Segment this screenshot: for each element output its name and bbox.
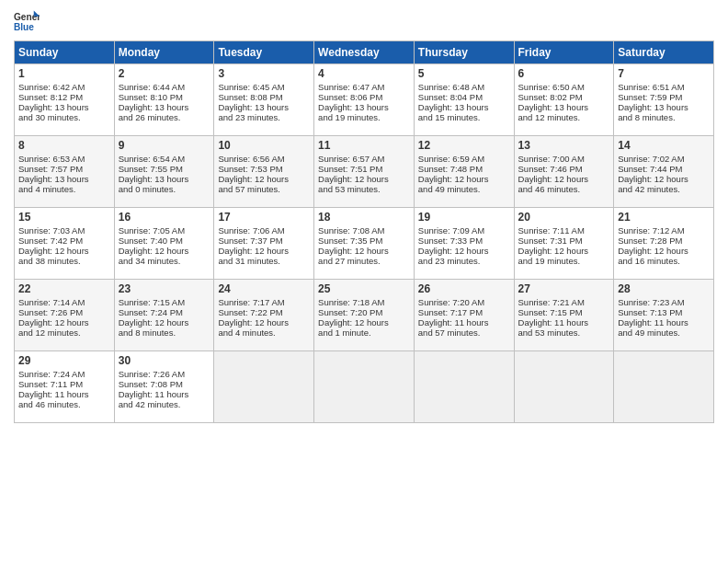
day-info-line: Daylight: 12 hours <box>218 174 310 184</box>
day-number: 13 <box>518 139 610 152</box>
calendar-table: SundayMondayTuesdayWednesdayThursdayFrid… <box>14 40 714 423</box>
day-info-line: Daylight: 12 hours <box>618 174 710 184</box>
day-info-line: and 46 minutes. <box>518 184 610 194</box>
day-info-line: and 16 minutes. <box>618 256 710 266</box>
day-info-line: Daylight: 13 hours <box>418 102 510 112</box>
day-info-line: Sunset: 7:59 PM <box>618 92 710 102</box>
day-info-line: Daylight: 13 hours <box>318 102 410 112</box>
day-info-line: Sunset: 7:24 PM <box>119 307 210 317</box>
day-info-line: Daylight: 12 hours <box>618 246 710 256</box>
col-header-friday: Friday <box>514 41 614 64</box>
svg-text:Blue: Blue <box>14 22 34 32</box>
calendar-cell <box>214 351 314 423</box>
day-info-line: Sunrise: 6:45 AM <box>218 82 310 92</box>
day-info-line: Sunrise: 6:44 AM <box>119 82 210 92</box>
day-number: 17 <box>218 211 310 224</box>
day-number: 15 <box>18 211 110 224</box>
calendar-header: SundayMondayTuesdayWednesdayThursdayFrid… <box>15 41 714 64</box>
calendar-cell: 10Sunrise: 6:56 AMSunset: 7:53 PMDayligh… <box>214 136 314 208</box>
day-info-line: and 27 minutes. <box>318 256 410 266</box>
day-number: 4 <box>318 67 410 80</box>
col-header-saturday: Saturday <box>614 41 714 64</box>
day-info-line: Sunrise: 7:26 AM <box>119 369 210 379</box>
day-info-line: Sunrise: 7:06 AM <box>218 225 310 236</box>
day-info-line: and 1 minute. <box>318 327 410 338</box>
day-info-line: Sunrise: 7:21 AM <box>518 297 610 307</box>
header: General Blue <box>14 9 714 35</box>
day-number: 29 <box>18 354 110 367</box>
day-info-line: Sunrise: 6:47 AM <box>318 82 410 92</box>
day-number: 2 <box>119 67 210 80</box>
day-info-line: and 42 minutes. <box>119 399 210 409</box>
day-number: 11 <box>318 139 410 152</box>
day-number: 27 <box>518 282 610 295</box>
calendar-cell: 7Sunrise: 6:51 AMSunset: 7:59 PMDaylight… <box>614 64 714 136</box>
calendar-cell: 20Sunrise: 7:11 AMSunset: 7:31 PMDayligh… <box>514 208 614 280</box>
day-number: 3 <box>218 67 310 80</box>
day-number: 18 <box>318 211 410 224</box>
day-info-line: Sunrise: 7:23 AM <box>618 297 710 307</box>
day-info-line: Daylight: 11 hours <box>119 389 210 399</box>
day-info-line: Daylight: 12 hours <box>518 246 610 256</box>
day-info-line: Sunset: 7:26 PM <box>18 307 110 317</box>
day-info-line: Sunset: 7:35 PM <box>318 236 410 246</box>
day-number: 1 <box>18 67 110 80</box>
day-number: 10 <box>218 139 310 152</box>
week-row-4: 22Sunrise: 7:14 AMSunset: 7:26 PMDayligh… <box>15 280 714 351</box>
calendar-cell: 15Sunrise: 7:03 AMSunset: 7:42 PMDayligh… <box>15 208 115 280</box>
week-row-2: 8Sunrise: 6:53 AMSunset: 7:57 PMDaylight… <box>15 136 714 208</box>
day-number: 5 <box>418 67 510 80</box>
day-info-line: Sunset: 7:48 PM <box>418 164 510 174</box>
day-info-line: Daylight: 13 hours <box>618 102 710 112</box>
day-info-line: Sunset: 7:31 PM <box>518 236 610 246</box>
week-row-5: 29Sunrise: 7:24 AMSunset: 7:11 PMDayligh… <box>15 351 714 423</box>
day-info-line: and 53 minutes. <box>518 327 610 338</box>
day-info-line: Sunrise: 7:03 AM <box>18 225 110 236</box>
day-number: 6 <box>518 67 610 80</box>
day-info-line: Sunrise: 7:12 AM <box>618 225 710 236</box>
day-info-line: Sunset: 7:40 PM <box>119 236 210 246</box>
logo: General Blue <box>14 9 40 35</box>
day-info-line: Daylight: 11 hours <box>18 389 110 399</box>
day-number: 14 <box>618 139 710 152</box>
col-header-sunday: Sunday <box>15 41 115 64</box>
day-info-line: Sunset: 7:28 PM <box>618 236 710 246</box>
calendar-cell: 18Sunrise: 7:08 AMSunset: 7:35 PMDayligh… <box>314 208 415 280</box>
day-info-line: Sunset: 7:57 PM <box>18 164 110 174</box>
calendar-cell: 4Sunrise: 6:47 AMSunset: 8:06 PMDaylight… <box>314 64 415 136</box>
day-info-line: and 12 minutes. <box>518 112 610 122</box>
day-info-line: and 57 minutes. <box>218 184 310 194</box>
calendar-cell: 22Sunrise: 7:14 AMSunset: 7:26 PMDayligh… <box>15 280 115 351</box>
day-info-line: Sunrise: 7:20 AM <box>418 297 510 307</box>
calendar-cell: 8Sunrise: 6:53 AMSunset: 7:57 PMDaylight… <box>15 136 115 208</box>
day-info-line: Sunset: 7:55 PM <box>119 164 210 174</box>
calendar-cell: 12Sunrise: 6:59 AMSunset: 7:48 PMDayligh… <box>414 136 514 208</box>
day-number: 28 <box>618 282 710 295</box>
calendar-cell: 16Sunrise: 7:05 AMSunset: 7:40 PMDayligh… <box>114 208 214 280</box>
day-number: 24 <box>218 282 310 295</box>
calendar-cell: 9Sunrise: 6:54 AMSunset: 7:55 PMDaylight… <box>114 136 214 208</box>
day-info-line: and 53 minutes. <box>318 184 410 194</box>
day-info-line: and 34 minutes. <box>119 256 210 266</box>
day-info-line: Sunrise: 7:05 AM <box>119 225 210 236</box>
day-info-line: Sunrise: 7:09 AM <box>418 225 510 236</box>
day-info-line: Sunrise: 7:15 AM <box>119 297 210 307</box>
day-info-line: Sunset: 7:11 PM <box>18 379 110 389</box>
day-info-line: Daylight: 13 hours <box>218 102 310 112</box>
day-info-line: and 31 minutes. <box>218 256 310 266</box>
day-info-line: Sunset: 7:13 PM <box>618 307 710 317</box>
day-info-line: Sunrise: 6:48 AM <box>418 82 510 92</box>
day-info-line: and 46 minutes. <box>18 399 110 409</box>
day-info-line: Sunset: 7:15 PM <box>518 307 610 317</box>
day-info-line: Sunset: 8:04 PM <box>418 92 510 102</box>
day-info-line: Sunrise: 7:24 AM <box>18 369 110 379</box>
day-info-line: Sunset: 7:44 PM <box>618 164 710 174</box>
day-info-line: Daylight: 12 hours <box>218 246 310 256</box>
day-info-line: and 8 minutes. <box>119 327 210 338</box>
day-number: 20 <box>518 211 610 224</box>
day-info-line: Sunset: 8:08 PM <box>218 92 310 102</box>
day-info-line: Sunset: 7:37 PM <box>218 236 310 246</box>
day-info-line: Daylight: 12 hours <box>318 246 410 256</box>
day-number: 12 <box>418 139 510 152</box>
day-number: 7 <box>618 67 710 80</box>
